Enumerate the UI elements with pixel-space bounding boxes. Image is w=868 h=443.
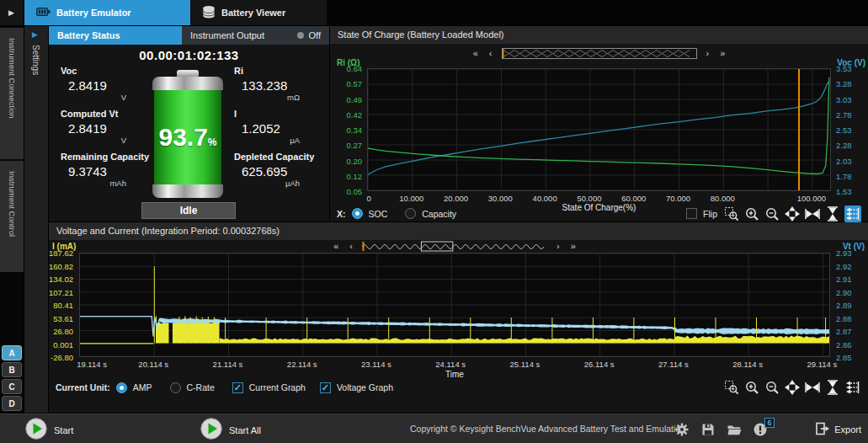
instrument-output-tab[interactable]: Instrument Output Off xyxy=(182,26,329,45)
x-tick-label: 23.114 s xyxy=(361,360,391,369)
y-tick-label: 0.001 xyxy=(53,339,73,349)
vi-x-axis-title: Time xyxy=(79,370,830,379)
scroll-right-button[interactable]: › xyxy=(555,241,562,251)
scroll-far-right-button[interactable]: » xyxy=(569,241,578,251)
soc-radio[interactable] xyxy=(352,208,363,219)
metric-value: 1.2052 xyxy=(234,121,327,136)
flip-label[interactable]: Flip xyxy=(703,209,717,219)
soc-plot[interactable] xyxy=(367,68,831,191)
y-tick-label: 160.82 xyxy=(49,261,73,270)
fit-height-icon[interactable] xyxy=(824,379,841,396)
region-zoom-icon[interactable] xyxy=(723,205,740,222)
y-tick-label: 0.57 xyxy=(347,79,363,88)
database-icon xyxy=(202,5,216,21)
scroll-far-right-button[interactable]: » xyxy=(718,48,727,58)
vi-chart-panel: Voltage and Current (Integration Period:… xyxy=(49,222,868,413)
x-tick-label: 19.114 s xyxy=(77,360,107,369)
flip-checkbox[interactable] xyxy=(686,208,697,219)
y-tick-label: 0.05 xyxy=(347,187,363,196)
metric-unit: mΩ xyxy=(234,93,300,102)
vi-footer: Current Unit: AMP C-Rate Current Graph V… xyxy=(49,379,868,396)
capacity-radio-label[interactable]: Capacity xyxy=(422,209,456,219)
c-rate-radio[interactable] xyxy=(170,382,181,393)
y-tick-label: 2.28 xyxy=(836,141,852,150)
range-slider[interactable] xyxy=(502,48,697,59)
export-button[interactable]: Export xyxy=(815,421,861,438)
start-button[interactable]: Start xyxy=(25,418,73,443)
battery-gauge: 93.7% xyxy=(152,70,223,198)
tab-label: Battery Viewer xyxy=(221,8,285,18)
voltage-graph-checkbox[interactable] xyxy=(320,382,331,393)
c-rate-radio-label[interactable]: C-Rate xyxy=(187,382,215,392)
expand-arrow-icon[interactable]: ▶ xyxy=(32,30,38,39)
scroll-far-left-button[interactable]: « xyxy=(332,241,340,251)
y-tick-label: 26.80 xyxy=(53,327,73,336)
channel-button-b[interactable]: B xyxy=(2,362,22,377)
fit-all-icon[interactable] xyxy=(784,379,801,396)
tab-label: Battery Emulator xyxy=(56,8,131,18)
zoom-out-icon[interactable] xyxy=(764,205,780,222)
metric-voc: Voc 2.8419 V xyxy=(61,66,153,109)
scroll-right-button[interactable]: › xyxy=(705,48,711,58)
zoom-in-icon[interactable] xyxy=(743,205,760,222)
instrument-output-label: Instrument Output xyxy=(190,30,264,40)
soc-radio-label[interactable]: SOC xyxy=(369,209,388,219)
x-tick-label: 27.114 s xyxy=(658,360,689,369)
battery-status-tab[interactable]: Battery Status xyxy=(49,26,182,45)
y-tick-label: 2.92 xyxy=(836,261,852,270)
amp-radio[interactable] xyxy=(116,382,127,393)
current-graph-label[interactable]: Current Graph xyxy=(249,382,306,392)
soc-chart-panel: State Of Charge (Battery Loaded Model) «… xyxy=(330,26,868,222)
x-tick-label: 26.114 s xyxy=(584,360,615,369)
collapse-panel-button[interactable]: ▶ xyxy=(0,0,23,25)
metric-current: I 1.2052 µA xyxy=(234,109,327,152)
capacity-radio[interactable] xyxy=(405,208,416,219)
sidebar-item-instrument-connection[interactable]: Instrument Connection xyxy=(0,28,24,159)
x-tick-label: 20.114 s xyxy=(138,360,168,369)
region-zoom-icon[interactable] xyxy=(723,379,740,396)
metrics-left-column: Voc 2.8419 V Computed Vt 2.8419 V Remain… xyxy=(61,66,153,195)
zoom-in-icon[interactable] xyxy=(743,379,760,396)
zoom-out-icon[interactable] xyxy=(764,379,780,396)
fit-all-icon[interactable] xyxy=(784,205,801,222)
range-slider[interactable] xyxy=(362,241,547,252)
scroll-left-button[interactable]: ‹ xyxy=(487,48,494,58)
tab-battery-viewer[interactable]: Battery Viewer xyxy=(190,0,327,25)
y-tick-label: -26.80 xyxy=(51,353,73,362)
fit-height-icon[interactable] xyxy=(824,205,841,222)
soc-left-axis: 0.640.570.490.420.340.270.200.120.05 xyxy=(330,68,365,191)
channel-button-a[interactable]: A xyxy=(2,345,22,360)
y-tick-label: 0.20 xyxy=(347,156,363,165)
vi-plot[interactable] xyxy=(79,253,830,357)
fit-width-icon[interactable] xyxy=(804,379,821,396)
gear-icon[interactable] xyxy=(674,421,690,438)
y-tick-label: 0.12 xyxy=(347,171,363,180)
elapsed-time: 00.00:01:02:133 xyxy=(49,48,329,62)
voltage-graph-label[interactable]: Voltage Graph xyxy=(337,382,393,392)
sidebar-item-instrument-control[interactable]: Instrument Control xyxy=(0,161,24,272)
save-icon[interactable] xyxy=(700,421,716,438)
tab-battery-emulator[interactable]: Battery Emulator xyxy=(24,0,190,25)
notifications-icon[interactable]: 6 xyxy=(752,421,769,438)
metric-unit: mAh xyxy=(61,179,126,188)
track-latest-icon[interactable] xyxy=(844,379,861,396)
scroll-far-left-button[interactable]: « xyxy=(471,48,480,58)
play-icon xyxy=(200,418,222,443)
current-graph-checkbox[interactable] xyxy=(232,382,243,393)
y-tick-label: 3.28 xyxy=(836,79,852,88)
fit-width-icon[interactable] xyxy=(804,205,821,222)
battery-status-header-row: Battery Status Instrument Output Off xyxy=(49,26,329,45)
channel-button-d[interactable]: D xyxy=(2,396,22,411)
folder-icon[interactable] xyxy=(726,421,743,438)
amp-radio-label[interactable]: AMP xyxy=(133,382,152,392)
notification-badge: 6 xyxy=(764,418,775,428)
sidebar-item-settings[interactable]: Settings xyxy=(31,45,40,75)
y-tick-label: 2.53 xyxy=(836,125,852,135)
y-tick-label: 107.21 xyxy=(49,287,73,296)
status-bar: Start Start All Copyright © Keysight Ben… xyxy=(0,414,868,443)
soc-range-scrubber: «‹›» xyxy=(367,47,831,59)
track-latest-icon[interactable] xyxy=(844,205,861,222)
channel-button-c[interactable]: C xyxy=(2,379,22,394)
scroll-left-button[interactable]: ‹ xyxy=(348,241,354,251)
output-state-dot-icon xyxy=(297,32,304,39)
